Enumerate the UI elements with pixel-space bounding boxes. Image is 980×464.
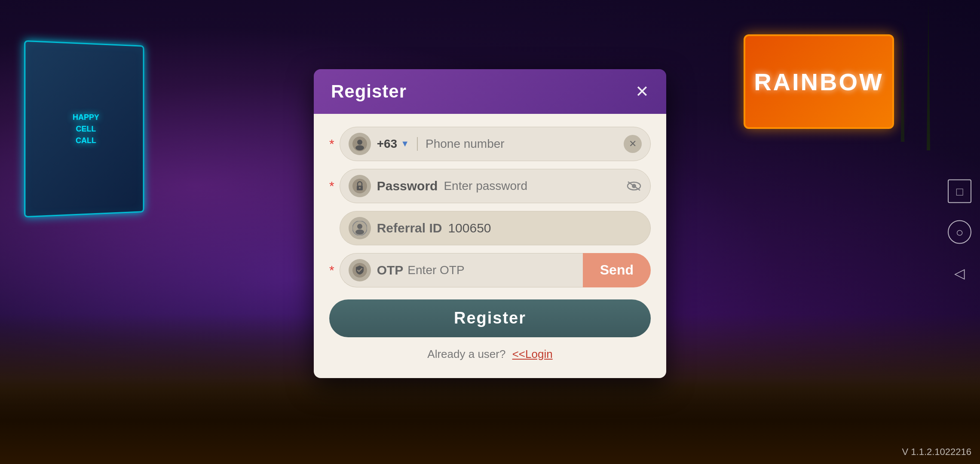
close-button[interactable]: ✕	[635, 83, 649, 100]
svg-point-1	[357, 140, 362, 145]
svg-point-10	[357, 224, 362, 229]
login-link[interactable]: <<Login	[512, 348, 553, 360]
referral-row: * Referral ID 100650	[329, 211, 651, 245]
lock-icon	[349, 175, 371, 197]
otp-label: OTP	[377, 263, 404, 278]
login-row: Already a user? <<Login	[329, 348, 651, 361]
svg-point-11	[355, 229, 364, 235]
modal-overlay: Register ✕ * +63 ▼	[0, 0, 980, 464]
referral-value: 100650	[448, 221, 491, 235]
phone-clear-button[interactable]: ✕	[624, 135, 642, 153]
otp-row: * OTP Send	[329, 253, 651, 287]
send-otp-button[interactable]: Send	[583, 253, 651, 287]
password-row: * Password	[329, 169, 651, 203]
otp-required-star: *	[329, 264, 334, 277]
register-button[interactable]: Register	[329, 299, 651, 337]
referral-user-icon	[349, 217, 371, 239]
svg-point-2	[355, 145, 364, 150]
otp-input-group: OTP	[340, 253, 583, 287]
phone-required-star: *	[329, 137, 334, 150]
register-modal: Register ✕ * +63 ▼	[314, 69, 666, 378]
otp-input[interactable]	[407, 263, 574, 277]
phone-number-input[interactable]	[426, 137, 624, 151]
phone-country-selector[interactable]: +63 ▼	[377, 137, 418, 151]
dropdown-arrow-icon: ▼	[401, 139, 409, 149]
phone-row: * +63 ▼ ✕	[329, 127, 651, 161]
modal-title: Register	[331, 81, 407, 102]
otp-shield-icon	[349, 259, 371, 281]
user-icon	[349, 133, 371, 155]
already-user-text: Already a user?	[427, 348, 505, 360]
password-visibility-toggle[interactable]	[626, 181, 642, 191]
phone-input-group: +63 ▼ ✕	[340, 127, 651, 161]
password-required-star: *	[329, 180, 334, 192]
referral-label: Referral ID	[377, 221, 442, 235]
password-input[interactable]	[444, 179, 626, 193]
password-label: Password	[377, 179, 438, 193]
modal-header: Register ✕	[314, 69, 666, 114]
svg-point-5	[359, 187, 361, 189]
referral-input-group: Referral ID 100650	[340, 211, 651, 245]
modal-body: * +63 ▼ ✕	[314, 114, 666, 378]
password-input-group: Password	[340, 169, 651, 203]
